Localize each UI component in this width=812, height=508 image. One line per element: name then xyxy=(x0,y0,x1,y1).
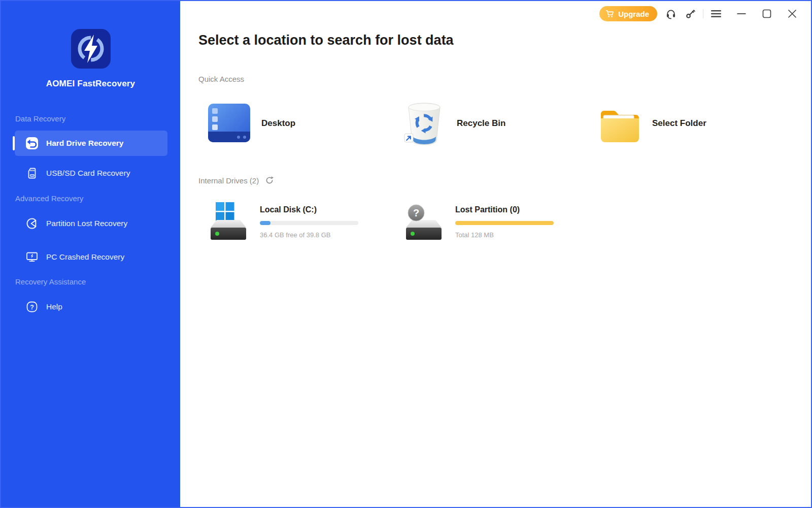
section-label-advanced-recovery: Advanced Recovery xyxy=(15,194,180,203)
question-badge: ? xyxy=(408,205,424,221)
headset-icon[interactable] xyxy=(663,6,679,21)
folder-icon xyxy=(598,102,642,145)
minimize-button[interactable] xyxy=(734,6,749,21)
key-icon[interactable] xyxy=(683,6,698,21)
menu-icon[interactable] xyxy=(708,6,724,21)
help-icon: ? xyxy=(25,300,39,313)
close-button[interactable] xyxy=(785,6,800,21)
drive-item-lost-partition[interactable]: ? Lost Partition (0) Total 128 MB xyxy=(403,201,598,241)
drive-usage-fill xyxy=(260,221,270,225)
sidebar-item-label: Partition Lost Recovery xyxy=(46,219,127,228)
section-label-recovery-assistance: Recovery Assistance xyxy=(15,277,180,286)
drive-name: Local Disk (C:) xyxy=(260,205,359,214)
internal-drives-row: Local Disk (C:) 36.4 GB free of 39.8 GB xyxy=(198,201,811,241)
quick-access-item-desktop[interactable]: Desktop xyxy=(207,102,402,145)
page-title: Select a location to search for lost dat… xyxy=(198,33,811,48)
windows-logo xyxy=(216,202,234,221)
upgrade-label: Upgrade xyxy=(618,10,649,18)
titlebar: Upgrade xyxy=(599,6,800,21)
drive-info: Local Disk (C:) 36.4 GB free of 39.8 GB xyxy=(260,201,359,241)
sidebar-item-help[interactable]: ? Help xyxy=(15,294,167,320)
quick-access-item-recycle-bin[interactable]: Recycle Bin xyxy=(402,102,598,145)
quick-access-item-label: Desktop xyxy=(261,118,295,129)
drive-item-local-disk-c[interactable]: Local Disk (C:) 36.4 GB free of 39.8 GB xyxy=(208,201,403,241)
section-label-data-recovery: Data Recovery xyxy=(15,114,180,123)
internal-drives-label: Internal Drives (2) xyxy=(198,176,259,185)
sidebar-item-label: USB/SD Card Recovery xyxy=(46,169,130,178)
main-content: Upgrade xyxy=(180,1,811,507)
sidebar-item-label: PC Crashed Recovery xyxy=(46,252,124,262)
drive-usage-bar xyxy=(260,221,358,225)
drive-usage-bar xyxy=(455,221,554,225)
drive-detail: 36.4 GB free of 39.8 GB xyxy=(260,231,359,239)
internal-drives-label-row: Internal Drives (2) xyxy=(198,176,811,185)
undo-arrow-icon xyxy=(25,137,39,150)
app-title: AOMEI FastRecovery xyxy=(1,79,180,89)
sidebar-item-label: Help xyxy=(46,302,62,311)
quick-access-label: Quick Access xyxy=(198,75,811,83)
app-logo-lightning-icon xyxy=(71,29,111,69)
quick-access-row: Desktop xyxy=(198,102,811,145)
drive-usage-fill xyxy=(455,221,554,225)
drive-detail: Total 128 MB xyxy=(455,231,555,239)
sidebar-item-label: Hard Drive Recovery xyxy=(46,139,124,148)
sidebar-item-usb-sd-card-recovery[interactable]: USB/SD Card Recovery xyxy=(15,161,167,186)
cart-icon xyxy=(605,10,615,18)
quick-access-item-select-folder[interactable]: Select Folder xyxy=(598,102,793,145)
refresh-icon[interactable] xyxy=(265,176,274,185)
svg-text:?: ? xyxy=(30,304,34,311)
sd-card-icon xyxy=(25,167,39,180)
active-indicator xyxy=(13,136,15,150)
quick-access-label-text: Quick Access xyxy=(198,75,244,83)
sidebar-item-partition-lost-recovery[interactable]: Partition Lost Recovery xyxy=(15,211,167,236)
titlebar-divider xyxy=(703,9,703,18)
maximize-button[interactable] xyxy=(759,6,774,21)
svg-text:?: ? xyxy=(413,207,419,218)
pc-crash-icon xyxy=(25,250,39,264)
upgrade-button[interactable]: Upgrade xyxy=(599,6,657,21)
hard-drive-question-icon: ? xyxy=(403,201,445,241)
drive-info: Lost Partition (0) Total 128 MB xyxy=(455,201,555,241)
hard-drive-windows-icon xyxy=(208,201,249,241)
desktop-icon xyxy=(207,102,251,145)
drive-name: Lost Partition (0) xyxy=(455,205,555,214)
sidebar-item-hard-drive-recovery[interactable]: Hard Drive Recovery xyxy=(15,131,167,156)
sidebar: AOMEI FastRecovery Data Recovery Hard Dr… xyxy=(1,1,180,507)
sidebar-item-pc-crashed-recovery[interactable]: PC Crashed Recovery xyxy=(15,244,167,270)
quick-access-item-label: Select Folder xyxy=(652,118,706,129)
app-window: AOMEI FastRecovery Data Recovery Hard Dr… xyxy=(0,0,812,508)
quick-access-item-label: Recycle Bin xyxy=(457,118,505,129)
recycle-bin-icon xyxy=(402,102,447,145)
partition-pie-icon xyxy=(25,217,39,230)
